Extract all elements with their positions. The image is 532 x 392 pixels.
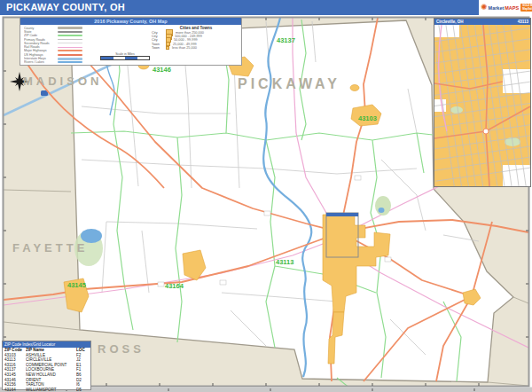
logo-brand-2: MAPS [505,5,519,11]
logo-brand-1: Market [489,5,505,11]
page-title: PICKAWAY COUNTY, OH [0,0,479,15]
hargus-lake [379,208,385,213]
legend-cities-rows: Citymore than 250,000City100,000 - 249,9… [152,31,240,50]
logo-badge: SOLD BY MapSales [520,4,532,12]
legend-title: 2016 Pickaway County, OH Map [20,18,241,25]
legend-item: Primary Roads [24,38,88,42]
south-bloomfield-town [350,85,359,91]
logo-badge-line2: MapSales [522,8,532,11]
scale-bar: Scale in Miles [100,52,150,60]
table-cell-loc: D5 [76,388,89,392]
inset-park [450,106,463,114]
legend-item: Secondary Roads [24,42,88,45]
table-row: 43164WILLIAMSPORTD5 [3,388,90,392]
circleville-inset-map: Circleville, OH 43113 [434,18,531,187]
legend-line-sample [58,54,82,56]
title-bar: PICKAWAY COUNTY, OH [0,0,479,15]
hargus-park-area [375,196,391,216]
legend-item-label: Rivers / Lakes [24,60,58,64]
legend-line-items: CountyStateZIP CodePrimary RoadsSecondar… [24,27,88,65]
legend-line-sample [58,27,82,29]
logo-star-icon: ✺ [481,4,488,12]
inset-interchange [483,129,489,134]
inset-title: Circleville, OH [436,19,464,25]
scale-bar-graphic [100,56,150,60]
map-poster-page: MADISONFRANKLINPICKAWAYFAYETTEROSS431374… [0,0,532,392]
legend-item: Rivers / Lakes [24,61,88,65]
legend-item: ZIP Code [24,35,88,38]
legend-item: Rail Roads [24,45,88,49]
deer-creek-lake [81,229,102,243]
legend-cities: Cities and Towns Citymore than 250,000Ci… [152,26,240,50]
map-legend: 2016 Pickaway County, OH Map CountyState… [20,17,242,66]
legend-item: County [24,27,88,30]
legend-item: State [24,30,88,34]
legend-city-desc: less than 25,000 [172,46,197,50]
legend-line-sample [58,50,82,51]
legend-line-sample [58,39,82,40]
city-size-swatch [166,46,169,50]
legend-item: US Highways [24,53,88,57]
legend-line-sample [58,43,82,43]
legend-line-sample [58,31,82,33]
inset-extent-header [326,213,358,216]
brand-logo: ✺ Market MAPS SOLD BY MapSales [479,0,532,15]
legend-city-label: Town [152,46,166,50]
inset-header: Circleville, OH 43113 [434,19,530,25]
legend-item: Major Highways [24,50,88,53]
legend-line-sample [58,35,82,36]
legend-line-sample [58,58,82,60]
zip-table-title: ZIP Code Index/Grid Locator [3,341,90,348]
inset-zip: 43113 [518,19,528,25]
legend-item: Interstate Hwys [24,57,88,60]
table-cell-zip: 43164 [4,388,26,392]
table-cell-name: WILLIAMSPORT [26,388,76,392]
legend-city-row: Townless than 25,000 [152,46,240,50]
legend-line-sample [58,61,82,63]
legend-line-sample [58,47,82,48]
inset-canvas [434,25,530,186]
legend-cities-header: Cities and Towns [152,26,240,30]
zip-code-index-table: ZIP Code Index/Grid Locator ZIP Code ZIP… [2,341,91,390]
zip-table-body: 43103ASHVILLEF243113CIRCLEVILLEJ243116CO… [3,353,90,392]
